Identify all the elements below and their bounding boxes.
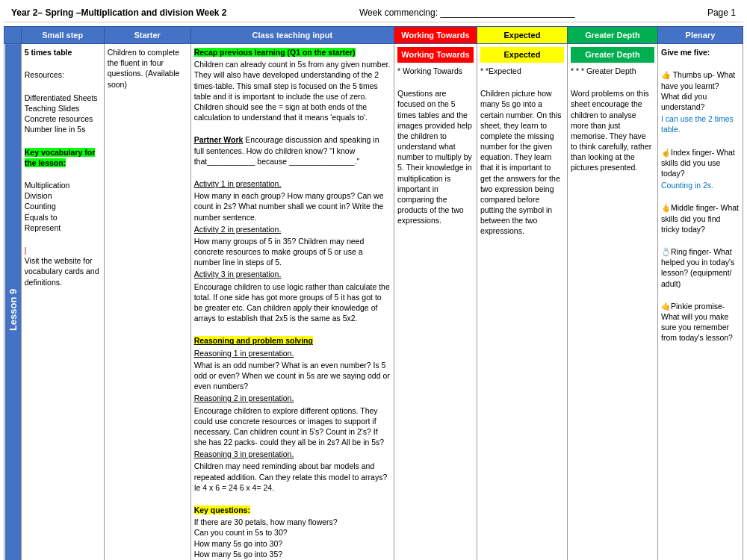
resources-label: Resources:	[25, 69, 101, 80]
partner-label: Partner Work	[194, 135, 244, 144]
times-table-title: 5 times table	[25, 47, 101, 57]
reasoning2-label: Reasoning 2 in presentation.	[194, 393, 294, 402]
working-star: * Working Towards	[397, 66, 474, 76]
greater-depth-cell: Greater Depth * * * Greater Depth Word p…	[567, 44, 657, 561]
key-vocab-label: Key vocabulary for the lesson:	[25, 147, 101, 168]
reasoning-label: Reasoning and problem solving	[194, 335, 391, 346]
main-table: Small step Starter Class teaching input …	[4, 26, 743, 560]
vocab-list: MultiplicationDivisionCountingEquals toR…	[25, 180, 101, 233]
working-text: Questions are focused on the 5 times tab…	[397, 88, 474, 225]
partner-work: Partner Work Encourage discussion and sp…	[194, 134, 391, 167]
activity1-text: How many in each group? How many groups?…	[194, 190, 391, 223]
key-q-text: If there are 30 petals, how many flowers…	[194, 517, 391, 560]
working-header: Working Towards	[394, 27, 477, 44]
recap-highlight: Recap previous learning (Q1 on the start…	[194, 48, 356, 57]
website-note: | Visit the website for vocabulary cards…	[25, 245, 101, 287]
reasoning1-line: Reasoning 1 in presentation.	[194, 348, 391, 358]
recap-label: Recap previous learning (Q1 on the start…	[194, 47, 391, 57]
activity1-line: Activity 1 in presentation.	[194, 178, 391, 189]
plenary-pinkie: 🤙Pinkie promise- What will you make sure…	[661, 301, 740, 343]
plenary-index: ☝️Index finger- What skills did you use …	[661, 147, 740, 179]
activity2-line: Activity 2 in presentation.	[194, 224, 391, 234]
small-step-cell: 5 times table Resources: Differentiated …	[21, 44, 104, 561]
recap-text: Children can already count in 5s from an…	[194, 59, 391, 122]
activity2-label: Activity 2 in presentation.	[194, 225, 282, 234]
reasoning3-text: Children may need reminding about bar mo…	[194, 461, 391, 493]
reasoning-highlight: Reasoning and problem solving	[194, 336, 313, 345]
page-container: Year 2– Spring –Multiplication and divis…	[0, 0, 747, 560]
working-towards-cell: Working Towards * Working Towards Questi…	[394, 44, 477, 561]
lesson-col-header	[4, 27, 22, 44]
key-vocab-highlight: Key vocabulary for the lesson:	[25, 148, 96, 167]
expected-text: Children picture how many 5s go into a c…	[480, 88, 564, 236]
activity3-text: Encourage children to use logic rather t…	[194, 281, 391, 324]
activity2-text: How many groups of 5 in 35? Children may…	[194, 236, 391, 268]
greater-header: Greater Depth	[567, 27, 657, 44]
key-q-highlight: Key questions:	[194, 505, 250, 514]
week-commencing: Week commencing: _______________________…	[359, 7, 575, 18]
activity3-label: Activity 3 in presentation.	[194, 270, 282, 279]
teaching-header: Class teaching input	[190, 27, 394, 44]
greater-star: * * * Greater Depth	[571, 66, 654, 76]
expected-header: Expected	[477, 27, 567, 44]
greater-depth-header: Greater Depth	[571, 47, 654, 63]
plenary-index-note: Counting in 2s.	[661, 180, 740, 190]
key-q-label: Key questions:	[194, 505, 391, 515]
plenary-ring: 💍Ring finger- What helped you in today's…	[661, 246, 740, 289]
reasoning1-text: What is an odd number? What is an even n…	[194, 360, 391, 392]
working-towards-header: Working Towards	[397, 47, 474, 63]
starter-header: Starter	[104, 27, 190, 44]
teaching-cell: Recap previous learning (Q1 on the start…	[190, 44, 394, 561]
plenary-thumb-note: I can use the 2 times table.	[661, 113, 740, 134]
page-number: Page 1	[707, 7, 736, 18]
reasoning2-text: Encourage children to explore different …	[194, 405, 391, 448]
resources-text: Differentiated SheetsTeaching SlidesConc…	[25, 93, 101, 135]
plenary-cell: Give me five: 👍 Thumbs up- What have you…	[657, 44, 743, 561]
plenary-thumb: 👍 Thumbs up- What have you learnt? What …	[661, 69, 740, 112]
page-title: Year 2– Spring –Multiplication and divis…	[11, 7, 227, 18]
activity3-line: Activity 3 in presentation.	[194, 269, 391, 279]
expected-header-div: Expected	[480, 47, 564, 63]
reasoning1-label: Reasoning 1 in presentation.	[194, 349, 294, 358]
starter-text: Children to complete the fluent in four …	[108, 47, 187, 90]
greater-text: Word problems on this sheet encourage th…	[571, 88, 654, 172]
expected-cell: Expected * *Expected Children picture ho…	[477, 44, 567, 561]
plenary-header: Plenary	[657, 27, 743, 44]
small-step-header: Small step	[21, 27, 104, 44]
reasoning3-line: Reasoning 3 in presentation.	[194, 449, 391, 459]
plenary-intro: Give me five:	[661, 47, 740, 57]
plenary-middle: 🖕Middle finger- What skills did you find…	[661, 202, 740, 234]
page-header: Year 2– Spring –Multiplication and divis…	[4, 4, 743, 22]
lesson-label: Lesson 9	[4, 44, 22, 561]
reasoning2-line: Reasoning 2 in presentation.	[194, 393, 391, 403]
reasoning3-label: Reasoning 3 in presentation.	[194, 449, 294, 458]
expected-star: * *Expected	[480, 66, 564, 76]
activity1-label: Activity 1 in presentation.	[194, 179, 282, 188]
starter-cell: Children to complete the fluent in four …	[104, 44, 190, 561]
